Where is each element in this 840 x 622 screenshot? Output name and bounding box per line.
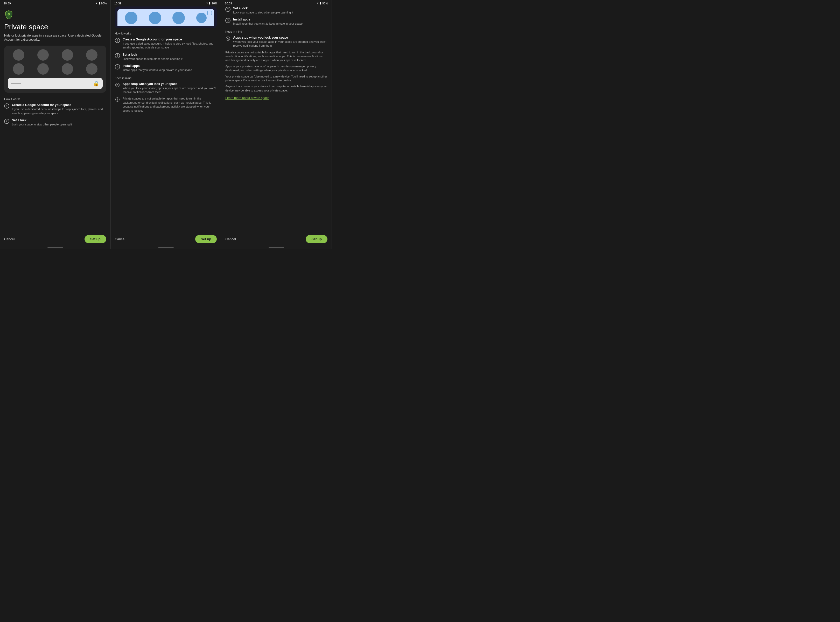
time-3: 10:39	[225, 2, 232, 5]
setup-button-3[interactable]: Set up	[305, 235, 327, 243]
home-pill-2	[158, 247, 174, 248]
wifi-icon-1: ▾	[96, 2, 98, 5]
phone-pill	[11, 83, 21, 84]
time-2: 10:39	[115, 2, 122, 5]
battery-pct-2: 98%	[212, 2, 217, 5]
home-indicator-1	[0, 245, 110, 249]
s3-step-3-desc: Install apps that you want to keep priva…	[233, 22, 302, 26]
s3-mind-1-desc: When you lock your space, apps in your s…	[233, 40, 327, 48]
home-indicator-2	[111, 245, 221, 249]
status-bar-2: 10:39 ▾ ▮ 98%	[111, 0, 221, 6]
svg-point-1	[8, 14, 9, 15]
phone-top-right-icon	[208, 11, 212, 15]
s3-info-2: Apps in your private space won't appear …	[225, 64, 327, 73]
battery-pct-1: 98%	[101, 2, 107, 5]
s2-mind-2-desc: Private spaces are not suitable for apps…	[123, 97, 217, 113]
s2-step-1-desc: If you use a dedicated account, it helps…	[123, 42, 217, 50]
s2-mind-2: Private spaces are not suitable for apps…	[115, 97, 217, 113]
s2-step-1-title: Create a Google Account for your space	[123, 38, 217, 41]
page-subtitle: Hide or lock private apps in a separate …	[4, 34, 106, 42]
s2-mind-1: Apps stop when you lock your space When …	[115, 82, 217, 95]
bottom-bar-1: Cancel Set up	[0, 232, 110, 245]
bottom-bar-2: Cancel Set up	[111, 232, 221, 245]
lock-icon: 🔒	[93, 80, 99, 87]
learn-more-link[interactable]: Learn more about private space	[225, 96, 327, 100]
s3-info-3: Your private space can't be moved to a n…	[225, 75, 327, 83]
wifi-icon-3: ▾	[317, 2, 319, 5]
keep-in-mind-heading-3: Keep in mind	[225, 30, 327, 33]
cancel-button-2[interactable]: Cancel	[115, 237, 125, 241]
no-notif-icon-3	[225, 36, 231, 41]
cancel-button-3[interactable]: Cancel	[225, 237, 236, 241]
home-indicator-3	[221, 245, 331, 249]
battery-icon-3: ▮	[320, 2, 321, 5]
battery-icon-2: ▮	[209, 2, 211, 5]
status-bar-3: 10:39 ▾ ▮ 98%	[221, 0, 331, 6]
svg-point-6	[117, 99, 118, 99]
s2-step-3-title: Install apps	[123, 64, 192, 68]
s2-step-1-num: 1	[115, 38, 120, 43]
step-1-desc: If you use a dedicated account, it helps…	[12, 107, 106, 115]
step-2-title: Set a lock	[12, 119, 72, 122]
apps-grid	[8, 49, 103, 75]
screen3-scroll: 2 Set a lock Lock your space to stop oth…	[221, 6, 331, 232]
screen2-scroll: How it works 1 Create a Google Account f…	[111, 31, 221, 232]
keep-in-mind-heading-2: Keep in mind	[115, 76, 217, 79]
screen-1: 10:39 ▾ ▮ 98% Private space Hide or lock…	[0, 0, 111, 249]
s3-step-2-desc: Lock your space to stop other people ope…	[233, 11, 293, 15]
s3-step-3-num: 3	[225, 18, 231, 23]
battery-pct-3: 98%	[322, 2, 328, 5]
s3-mind-1: Apps stop when you lock your space When …	[225, 36, 327, 48]
s2-mind-1-title: Apps stop when you lock your space	[123, 82, 217, 86]
app-icon-6	[37, 63, 49, 75]
step-2-desc: Lock your space to stop other people ope…	[12, 123, 72, 127]
s2-step-2-desc: Lock your space to stop other people ope…	[123, 57, 183, 61]
app-icon-3	[62, 49, 73, 61]
shield-icon	[4, 9, 106, 20]
battery-icon-1: ▮	[99, 2, 100, 5]
app-icon-1	[13, 49, 24, 61]
s3-info-4: Anyone that connects your device to a co…	[225, 84, 327, 93]
s2-step-3-desc: Install apps that you want to keep priva…	[123, 68, 192, 72]
home-pill-1	[47, 247, 63, 248]
step-2-number: 2	[4, 119, 9, 124]
s3-step-3-title: Install apps	[233, 18, 302, 21]
app-icon-8	[86, 63, 98, 75]
s3-step-2-title: Set a lock	[233, 6, 293, 10]
page-title: Private space	[4, 23, 106, 31]
step-1-number: 1	[4, 104, 9, 108]
s3-step-2: 2 Set a lock Lock your space to stop oth…	[225, 6, 327, 15]
app-icon-2	[37, 49, 49, 61]
wifi-icon-2: ▾	[206, 2, 208, 5]
phone-bottom-bar: 🔒	[8, 78, 103, 89]
phone-illus-2	[115, 6, 217, 28]
blue-circle-2	[149, 12, 161, 24]
status-bar-1: 10:39 ▾ ▮ 98%	[0, 0, 110, 6]
blue-circle-4	[196, 13, 207, 23]
app-icon-4	[86, 49, 98, 61]
setup-button-2[interactable]: Set up	[195, 235, 217, 243]
step-1-item: 1 Create a Google Account for your space…	[4, 103, 106, 115]
s3-step-2-num: 2	[225, 7, 231, 12]
blue-circle-3	[173, 12, 185, 24]
s2-step-2-title: Set a lock	[123, 53, 183, 56]
info-icon-2	[115, 97, 120, 102]
s2-mind-1-desc: When you lock your space, apps in your s…	[123, 86, 217, 95]
setup-button-1[interactable]: Set up	[84, 235, 106, 243]
app-icon-5	[13, 63, 24, 75]
how-it-works-heading-2: How it works	[115, 32, 217, 35]
s3-step-3: 3 Install apps Install apps that you wan…	[225, 18, 327, 26]
time-1: 10:39	[4, 2, 11, 5]
s2-step-3: 3 Install apps Install apps that you wan…	[115, 64, 217, 72]
how-it-works-heading: How it works	[4, 98, 106, 101]
step-1-title: Create a Google Account for your space	[12, 103, 106, 107]
app-icon-7	[62, 63, 73, 75]
s2-step-2-num: 2	[115, 53, 120, 58]
no-notif-icon	[115, 82, 120, 88]
s2-step-2: 2 Set a lock Lock your space to stop oth…	[115, 53, 217, 61]
step-2-item: 2 Set a lock Lock your space to stop oth…	[4, 119, 106, 127]
home-pill-3	[269, 247, 284, 248]
cancel-button-1[interactable]: Cancel	[4, 237, 15, 241]
s2-step-3-num: 3	[115, 64, 120, 69]
s3-mind-1-title: Apps stop when you lock your space	[233, 36, 327, 40]
